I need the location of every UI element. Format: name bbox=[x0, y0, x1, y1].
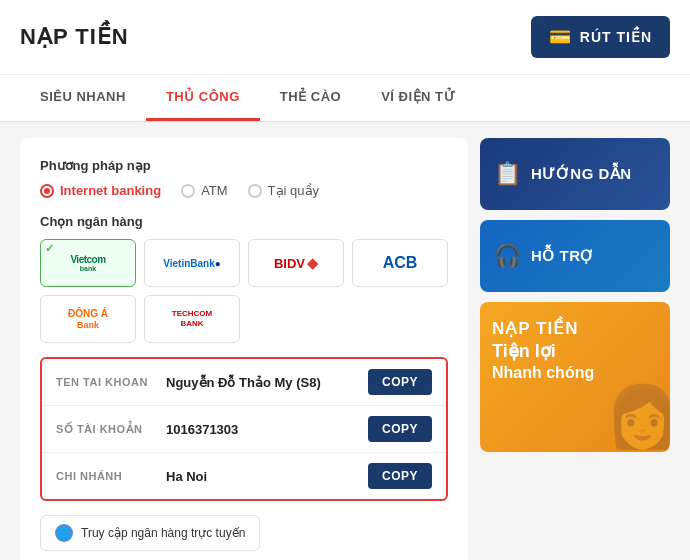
radio-internet-banking[interactable]: Internet banking bbox=[40, 183, 161, 198]
account-row-number: SỐ TÀI KHOẢN 1016371303 COPY bbox=[42, 406, 446, 453]
promo-card[interactable]: NẠP TIỀN Tiện lợi Nhanh chóng 👩 bbox=[480, 302, 670, 452]
online-bank-link[interactable]: 🌐 Truy cập ngân hàng trực tuyến bbox=[40, 515, 260, 551]
copy-name-button[interactable]: COPY bbox=[368, 369, 432, 395]
account-row-name: TEN TAI KHOAN Nguyễn Đỗ Thảo My (S8) COP… bbox=[42, 359, 446, 406]
support-label: HỖ TRỢ bbox=[531, 247, 595, 265]
payment-methods: Internet banking ATM Tại quầy bbox=[40, 183, 448, 198]
bank-grid-row2: ĐÔNG Á Bank TECHCOM BANK bbox=[40, 295, 448, 343]
promo-sub1: Tiện lợi bbox=[492, 341, 658, 363]
radio-dot-quay bbox=[248, 184, 262, 198]
tab-sieu-nhanh[interactable]: SIÊU NHANH bbox=[20, 75, 146, 121]
guide-label: HƯỚNG DẪN bbox=[531, 165, 632, 183]
tab-the-cao[interactable]: THẺ CÀO bbox=[260, 75, 361, 121]
radio-tai-quay[interactable]: Tại quầy bbox=[248, 183, 319, 198]
account-value-name: Nguyễn Đỗ Thảo My (S8) bbox=[166, 375, 368, 390]
account-key-branch: CHI NHÁNH bbox=[56, 470, 166, 482]
wallet-icon: 💳 bbox=[549, 26, 572, 48]
account-value-branch: Ha Noi bbox=[166, 469, 368, 484]
techcombank-logo: TECHCOM BANK bbox=[172, 309, 212, 328]
main-content: Phương pháp nạp Internet banking ATM Tại… bbox=[0, 122, 690, 560]
bank-bidv[interactable]: BIDV ◆ bbox=[248, 239, 344, 287]
left-panel: Phương pháp nạp Internet banking ATM Tại… bbox=[20, 138, 468, 560]
tab-vi-dien-tu[interactable]: VÍ ĐIỆN TỬ bbox=[361, 75, 475, 121]
account-value-number: 1016371303 bbox=[166, 422, 368, 437]
header: NẠP TIỀN 💳 RÚT TIỀN bbox=[0, 0, 690, 75]
radio-dot-internet bbox=[40, 184, 54, 198]
account-key-name: TEN TAI KHOAN bbox=[56, 376, 166, 388]
account-info-box: TEN TAI KHOAN Nguyễn Đỗ Thảo My (S8) COP… bbox=[40, 357, 448, 501]
bank-select-label: Chọn ngân hàng bbox=[40, 214, 448, 229]
account-row-branch: CHI NHÁNH Ha Noi COPY bbox=[42, 453, 446, 499]
page-title: NẠP TIỀN bbox=[20, 24, 129, 50]
method-atm-label: ATM bbox=[201, 183, 227, 198]
copy-number-button[interactable]: COPY bbox=[368, 416, 432, 442]
tab-bar: SIÊU NHANH THỦ CÔNG THẺ CÀO VÍ ĐIỆN TỬ bbox=[0, 75, 690, 122]
bank-donga[interactable]: ĐÔNG Á Bank bbox=[40, 295, 136, 343]
bank-acb[interactable]: ACB bbox=[352, 239, 448, 287]
promo-title: NẠP TIỀN bbox=[492, 318, 658, 339]
support-icon: 🎧 bbox=[494, 243, 521, 269]
rut-tien-label: RÚT TIỀN bbox=[580, 29, 652, 45]
vietcombank-logo: Vietcom bank bbox=[70, 254, 105, 272]
method-internet-label: Internet banking bbox=[60, 183, 161, 198]
acb-logo: ACB bbox=[383, 254, 418, 272]
check-mark-vietcombank: ✓ bbox=[45, 242, 54, 255]
vietinbank-logo: VietinBank● bbox=[163, 258, 221, 269]
rut-tien-button[interactable]: 💳 RÚT TIỀN bbox=[531, 16, 670, 58]
online-link-label: Truy cập ngân hàng trực tuyến bbox=[81, 526, 245, 540]
promo-sub2: Nhanh chóng bbox=[492, 363, 658, 382]
copy-branch-button[interactable]: COPY bbox=[368, 463, 432, 489]
globe-icon: 🌐 bbox=[55, 524, 73, 542]
guide-card[interactable]: 📋 HƯỚNG DẪN bbox=[480, 138, 670, 210]
radio-dot-atm bbox=[181, 184, 195, 198]
support-card[interactable]: 🎧 HỖ TRỢ bbox=[480, 220, 670, 292]
bidv-logo: BIDV ◆ bbox=[274, 255, 318, 271]
bank-grid-row1: ✓ Vietcom bank VietinBank● BIDV ◆ ACB bbox=[40, 239, 448, 287]
radio-atm[interactable]: ATM bbox=[181, 183, 227, 198]
bank-vietinbank[interactable]: VietinBank● bbox=[144, 239, 240, 287]
promo-decoration: 👩 bbox=[605, 381, 670, 452]
bank-techcombank[interactable]: TECHCOM BANK bbox=[144, 295, 240, 343]
account-key-number: SỐ TÀI KHOẢN bbox=[56, 423, 166, 436]
tab-thu-cong[interactable]: THỦ CÔNG bbox=[146, 75, 260, 121]
guide-icon: 📋 bbox=[494, 161, 521, 187]
bank-vietcombank[interactable]: ✓ Vietcom bank bbox=[40, 239, 136, 287]
method-quay-label: Tại quầy bbox=[268, 183, 319, 198]
right-panel: 📋 HƯỚNG DẪN 🎧 HỖ TRỢ NẠP TIỀN Tiện lợi N… bbox=[480, 138, 670, 560]
payment-method-label: Phương pháp nạp bbox=[40, 158, 448, 173]
donga-logo: ĐÔNG Á Bank bbox=[68, 308, 108, 331]
